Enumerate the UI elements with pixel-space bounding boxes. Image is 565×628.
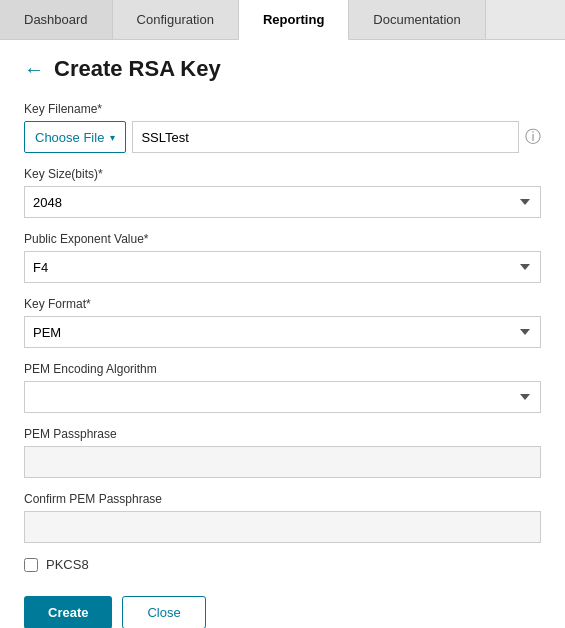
key-format-select[interactable]: PEM DER xyxy=(24,316,541,348)
pkcs8-checkbox[interactable] xyxy=(24,558,38,572)
info-icon[interactable]: ⓘ xyxy=(525,127,541,148)
public-exponent-group: Public Exponent Value* F4 3 xyxy=(24,232,541,283)
key-size-group: Key Size(bits)* 1024 2048 4096 xyxy=(24,167,541,218)
pem-encoding-select[interactable]: AES-128-CBC AES-256-CBC DES DES3 xyxy=(24,381,541,413)
pem-passphrase-group: PEM Passphrase xyxy=(24,427,541,478)
confirm-passphrase-label: Confirm PEM Passphrase xyxy=(24,492,541,506)
pem-passphrase-label: PEM Passphrase xyxy=(24,427,541,441)
close-button[interactable]: Close xyxy=(122,596,205,628)
confirm-passphrase-group: Confirm PEM Passphrase xyxy=(24,492,541,543)
key-filename-group: Key Filename* Choose File ▾ ⓘ xyxy=(24,102,541,153)
pem-passphrase-input[interactable] xyxy=(24,446,541,478)
tab-dashboard[interactable]: Dashboard xyxy=(0,0,113,39)
tab-reporting[interactable]: Reporting xyxy=(239,0,349,40)
filename-input[interactable] xyxy=(132,121,519,153)
confirm-passphrase-input[interactable] xyxy=(24,511,541,543)
pkcs8-row: PKCS8 xyxy=(24,557,541,572)
button-row: Create Close xyxy=(24,592,541,628)
page-title-row: ← Create RSA Key xyxy=(24,56,541,82)
tab-configuration[interactable]: Configuration xyxy=(113,0,239,39)
key-filename-label: Key Filename* xyxy=(24,102,541,116)
pkcs8-label[interactable]: PKCS8 xyxy=(46,557,89,572)
key-filename-row: Choose File ▾ ⓘ xyxy=(24,121,541,153)
back-button[interactable]: ← xyxy=(24,58,44,81)
public-exponent-label: Public Exponent Value* xyxy=(24,232,541,246)
key-size-select[interactable]: 1024 2048 4096 xyxy=(24,186,541,218)
page-title: Create RSA Key xyxy=(54,56,221,82)
create-button[interactable]: Create xyxy=(24,596,112,628)
main-content: ← Create RSA Key Key Filename* Choose Fi… xyxy=(0,40,565,628)
public-exponent-select[interactable]: F4 3 xyxy=(24,251,541,283)
choose-file-button[interactable]: Choose File ▾ xyxy=(24,121,126,153)
tab-documentation[interactable]: Documentation xyxy=(349,0,485,39)
pem-encoding-label: PEM Encoding Algorithm xyxy=(24,362,541,376)
key-format-label: Key Format* xyxy=(24,297,541,311)
key-size-label: Key Size(bits)* xyxy=(24,167,541,181)
choose-file-chevron-icon: ▾ xyxy=(110,132,115,143)
key-format-group: Key Format* PEM DER xyxy=(24,297,541,348)
pem-encoding-group: PEM Encoding Algorithm AES-128-CBC AES-2… xyxy=(24,362,541,413)
tab-bar: Dashboard Configuration Reporting Docume… xyxy=(0,0,565,40)
